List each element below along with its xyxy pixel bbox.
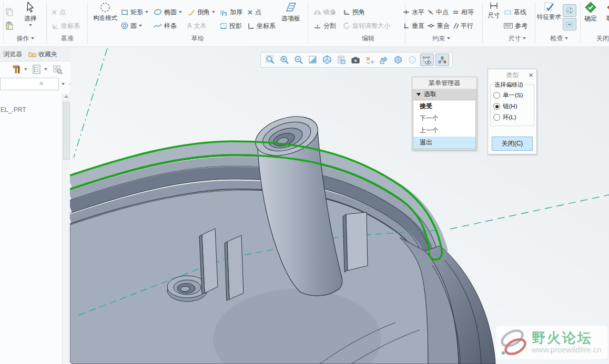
constraint-equal[interactable]: 相等 bbox=[452, 6, 474, 18]
tools-hammer-icon[interactable] bbox=[12, 65, 21, 74]
menu-manager: 菜单管理器 选取 接受 下一个 上一个 退出 bbox=[412, 77, 477, 150]
radio-single[interactable]: 单一(S) bbox=[493, 90, 533, 101]
rectangle-tool[interactable]: 矩形 bbox=[121, 6, 148, 18]
model-rib-right[interactable] bbox=[343, 212, 368, 272]
radio-loop[interactable]: 环(L) bbox=[493, 112, 533, 123]
group-label-datum: 基准 bbox=[53, 34, 82, 43]
constraint-horizontal[interactable]: 水平 bbox=[403, 6, 424, 18]
csys-tool[interactable]: 坐标系 bbox=[247, 20, 276, 32]
spin-center-button[interactable] bbox=[435, 54, 449, 66]
paste-icon bbox=[5, 22, 14, 30]
search-input[interactable] bbox=[0, 78, 59, 90]
datum-display-button[interactable] bbox=[363, 54, 376, 66]
view-manager-button[interactable] bbox=[378, 54, 390, 66]
scrollbar-thumb[interactable] bbox=[63, 102, 70, 160]
group-label-inspect[interactable]: 检查 bbox=[544, 34, 574, 43]
construction-mode-button[interactable]: 构造模式 bbox=[88, 2, 122, 31]
constraint-coincident[interactable]: 重合 bbox=[427, 20, 450, 32]
favorites-folder-icon bbox=[28, 51, 36, 57]
overlapping-geometry-toggle[interactable] bbox=[563, 4, 576, 17]
radio-chain[interactable]: 链(H) bbox=[493, 101, 533, 112]
menu-item-accept[interactable]: 接受 bbox=[413, 100, 475, 112]
view-orientation-button[interactable] bbox=[321, 54, 333, 66]
saved-views-button[interactable] bbox=[335, 54, 348, 66]
radio-selected-icon bbox=[493, 103, 500, 110]
constraint-vertical[interactable]: 垂直 bbox=[403, 20, 424, 32]
close-icon[interactable]: ✕ bbox=[529, 72, 533, 79]
highlight-open-ends-toggle[interactable] bbox=[563, 18, 576, 30]
ellipse-icon bbox=[154, 9, 162, 15]
view-orientation-icon bbox=[322, 55, 332, 65]
menu-item-next[interactable]: 下一个 bbox=[413, 112, 475, 124]
group-divider bbox=[308, 2, 308, 43]
palette-label: 选项板 bbox=[281, 14, 300, 23]
csys-button: 坐标系 bbox=[52, 20, 80, 32]
display-style-button[interactable] bbox=[392, 54, 404, 66]
project-tool[interactable]: 投影 bbox=[220, 20, 242, 32]
group-label-constrain[interactable]: 约束 bbox=[425, 34, 458, 43]
model-rib-middle[interactable] bbox=[225, 235, 243, 300]
constraint-parallel[interactable]: 平行 bbox=[452, 20, 473, 32]
rectangle-icon bbox=[121, 9, 128, 16]
baseline-button[interactable]: 基线 bbox=[504, 6, 526, 18]
tree-settings-icon[interactable] bbox=[53, 65, 63, 75]
copy-icon bbox=[5, 8, 14, 16]
transparent-style-button[interactable] bbox=[406, 54, 419, 66]
select-button[interactable]: 选择 bbox=[19, 2, 42, 31]
watermark-url: www.proewildfire.cn bbox=[532, 346, 602, 354]
feature-requirements-button[interactable]: 特征要求 bbox=[536, 2, 562, 31]
tree-scrollbar[interactable] bbox=[62, 93, 70, 364]
zoom-out-button[interactable] bbox=[292, 54, 305, 66]
tab-favorites[interactable]: 收藏夹 bbox=[25, 47, 60, 61]
model-rib-left[interactable] bbox=[199, 228, 218, 294]
paste-button[interactable] bbox=[5, 20, 14, 32]
group-label-dimension[interactable]: 尺寸 bbox=[501, 34, 533, 43]
zoom-in-button[interactable] bbox=[278, 54, 291, 66]
midpoint-constraint-icon bbox=[427, 9, 434, 15]
type-dialog-titlebar[interactable]: 类型 ✕ bbox=[488, 69, 536, 81]
cancel-label: 取消 bbox=[606, 14, 609, 23]
tree-filter-list-icon[interactable] bbox=[32, 65, 41, 74]
chevron-down-icon bbox=[523, 37, 526, 39]
menu-item-quit[interactable]: 退出 bbox=[413, 137, 475, 149]
chevron-down-icon[interactable] bbox=[44, 68, 47, 70]
repaint-button[interactable] bbox=[307, 54, 319, 66]
group-label-operations[interactable]: 操作 bbox=[11, 34, 40, 43]
menu-manager-title[interactable]: 菜单管理器 bbox=[412, 77, 476, 89]
thicken-tool[interactable]: 加厚 bbox=[220, 6, 242, 18]
chevron-down-icon[interactable] bbox=[24, 68, 27, 70]
point-tool[interactable]: 点 bbox=[247, 6, 261, 18]
image-capture-button[interactable] bbox=[349, 54, 362, 66]
baseline-icon bbox=[504, 9, 512, 15]
annotation-display-button[interactable] bbox=[420, 54, 434, 66]
cancel-button[interactable]: 取消 bbox=[603, 2, 609, 31]
palette-button[interactable]: 选项板 bbox=[277, 2, 305, 31]
dimension-button[interactable]: 尺寸 bbox=[485, 2, 503, 31]
ellipse-tool[interactable]: 椭圆 bbox=[154, 6, 182, 18]
copy-button[interactable] bbox=[5, 6, 14, 18]
menu-item-previous[interactable]: 上一个 bbox=[413, 124, 475, 137]
tab-browser[interactable]: 浏览器 bbox=[0, 47, 25, 61]
chevron-down-icon bbox=[179, 11, 182, 13]
circle-tool[interactable]: 圆 bbox=[121, 20, 142, 32]
reference-button[interactable]: REF 参考 bbox=[504, 20, 527, 32]
forum-logo-icon bbox=[498, 327, 532, 358]
menu-section-select[interactable]: 选取 bbox=[412, 89, 476, 100]
spin-center-icon bbox=[438, 55, 447, 65]
refit-button[interactable] bbox=[264, 54, 277, 66]
type-close-button[interactable]: 关闭(C) bbox=[492, 137, 533, 151]
model-tree-item[interactable]: EL_.PRT bbox=[1, 106, 26, 113]
divide-button[interactable]: 分割 bbox=[313, 20, 336, 32]
chamfer-tool[interactable]: 倒角 bbox=[187, 6, 215, 18]
group-divider bbox=[3, 2, 4, 43]
transparent-style-icon bbox=[408, 55, 417, 65]
clear-search-icon[interactable]: ✕ bbox=[39, 80, 44, 87]
section-collapse-icon bbox=[417, 93, 421, 96]
scroll-up-icon[interactable] bbox=[64, 95, 68, 98]
constraint-midpoint[interactable]: 中点 bbox=[427, 6, 449, 18]
chevron-down-icon[interactable] bbox=[62, 83, 65, 85]
view-manager-icon bbox=[379, 55, 389, 65]
corner-button[interactable]: 拐角 bbox=[343, 6, 365, 18]
spline-tool[interactable]: 样条 bbox=[154, 20, 177, 32]
ok-button[interactable]: 确定 bbox=[581, 2, 601, 31]
